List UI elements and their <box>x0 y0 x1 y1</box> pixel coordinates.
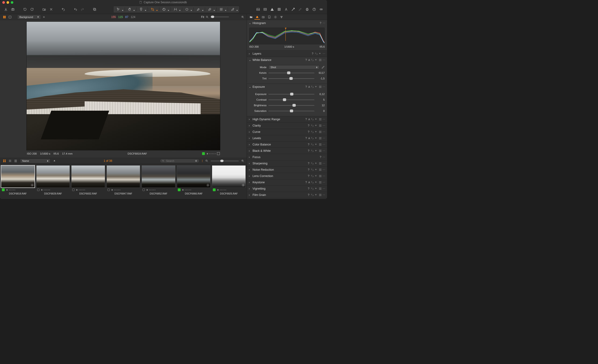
thumb-zoom-in-icon[interactable] <box>241 159 244 162</box>
tab-metadata[interactable] <box>279 15 284 20</box>
layer-dropdown[interactable]: Background <box>17 15 41 19</box>
tab-library[interactable] <box>248 15 254 20</box>
multi-view-icon[interactable] <box>2 15 7 19</box>
add-layer-button[interactable]: ＋ <box>42 15 46 19</box>
focus-mask-button[interactable] <box>262 6 268 12</box>
reset-icon[interactable] <box>315 137 318 140</box>
presets-icon[interactable] <box>319 181 322 184</box>
eyedropper-icon[interactable] <box>321 66 325 69</box>
presets-icon[interactable] <box>319 124 322 127</box>
highlight-warning-button[interactable] <box>269 6 275 12</box>
reset-icon[interactable] <box>315 124 318 127</box>
filter-button[interactable]: ⁝ <box>202 159 203 163</box>
presets-icon[interactable] <box>319 162 322 165</box>
rating-stars[interactable]: ★ <box>146 188 155 191</box>
copy-apply-icon[interactable] <box>311 187 314 190</box>
reset-icon[interactable] <box>315 130 318 134</box>
color-tag[interactable] <box>202 152 205 155</box>
reset-icon[interactable] <box>315 118 318 121</box>
menu-icon[interactable]: ⋯ <box>323 175 325 178</box>
auto-icon[interactable]: A <box>308 137 310 140</box>
exposure-warning-button[interactable] <box>255 6 261 12</box>
presets-icon[interactable] <box>319 168 322 171</box>
before-after-button[interactable] <box>318 6 324 12</box>
erase-mask-tool[interactable] <box>207 6 213 12</box>
help-icon[interactable]: ? <box>307 168 310 171</box>
zoom-in-icon[interactable] <box>241 16 244 19</box>
copy-apply-icon[interactable] <box>311 181 314 184</box>
window-maximize-button[interactable] <box>11 1 13 4</box>
brightness-slider[interactable] <box>268 105 315 106</box>
presets-icon[interactable] <box>319 143 322 146</box>
import-button[interactable] <box>3 6 9 12</box>
metadata-icon[interactable] <box>217 152 220 155</box>
print-button[interactable] <box>304 6 310 12</box>
reset-icon[interactable] <box>315 168 318 171</box>
presets-icon[interactable] <box>319 187 322 190</box>
rating-stars[interactable]: ★ <box>111 188 120 191</box>
presets-icon[interactable] <box>319 149 322 153</box>
auto-icon[interactable]: A <box>308 181 310 184</box>
gear-icon[interactable] <box>31 184 34 187</box>
menu-icon[interactable]: ⋯ <box>323 130 325 134</box>
copy-apply-icon[interactable] <box>311 174 314 178</box>
reset-icon[interactable] <box>315 162 318 165</box>
tab-exposure[interactable] <box>254 15 260 20</box>
export-button[interactable] <box>290 6 296 12</box>
wb-mode-dropdown[interactable]: Shot <box>268 65 320 69</box>
gear-icon[interactable] <box>206 184 209 187</box>
loupe-tool[interactable] <box>138 6 144 12</box>
thumbnail[interactable]: ★DSCF6925.RAF <box>212 165 246 199</box>
reset-icon[interactable] <box>315 149 318 153</box>
grid-button[interactable] <box>276 6 282 12</box>
reset-icon[interactable] <box>315 143 318 146</box>
menu-icon[interactable]: ⋯ <box>323 156 325 159</box>
move-to-folder-button[interactable] <box>41 6 47 12</box>
thumbnail[interactable]: ★DSCF6847.RAF <box>107 165 140 199</box>
thumbnail[interactable]: ★DSCF6829.RAF <box>36 165 70 199</box>
exposure-slider[interactable] <box>268 94 315 95</box>
select-tool[interactable] <box>115 6 121 12</box>
help-icon[interactable]: ? <box>307 143 310 146</box>
menu-icon[interactable]: ⋯ <box>323 118 325 121</box>
menu-icon[interactable]: ⋯ <box>323 22 325 25</box>
zoom-out-icon[interactable] <box>206 16 209 19</box>
pick-checkbox[interactable] <box>108 189 110 191</box>
reset-icon[interactable] <box>315 174 318 178</box>
rotate-left-button[interactable] <box>22 6 28 12</box>
window-minimize-button[interactable] <box>7 1 9 4</box>
filmstrip-view[interactable] <box>14 159 18 163</box>
help-icon[interactable]: ? <box>307 187 310 190</box>
reset-icon[interactable] <box>315 181 318 184</box>
menu-icon[interactable]: ⋯ <box>323 181 325 184</box>
copy-variant-button[interactable] <box>91 6 98 12</box>
help-icon[interactable]: ? <box>305 137 308 140</box>
auto-icon[interactable]: A <box>308 118 310 121</box>
help-icon[interactable]: ? <box>305 118 308 121</box>
single-view-icon[interactable] <box>8 15 12 19</box>
color-tag[interactable] <box>178 188 181 191</box>
reset-button[interactable] <box>72 6 78 12</box>
main-image[interactable] <box>26 22 220 150</box>
edit-button[interactable] <box>297 6 303 12</box>
reset-icon[interactable] <box>315 187 318 190</box>
menu-icon[interactable]: ⋯ <box>323 162 325 165</box>
reset-icon[interactable] <box>319 52 322 55</box>
pick-checkbox[interactable] <box>37 189 40 191</box>
menu-icon[interactable]: ⋯ <box>323 137 325 140</box>
tint-slider[interactable] <box>268 78 315 79</box>
pan-tool[interactable] <box>126 6 133 12</box>
menu-icon[interactable]: ⋯ <box>323 168 325 171</box>
keystone-tool[interactable] <box>172 6 179 12</box>
draw-mask-tool[interactable] <box>195 6 202 12</box>
help-icon[interactable]: ? <box>307 174 310 178</box>
gradient-mask-tool[interactable] <box>218 6 224 12</box>
presets-icon[interactable] <box>319 130 322 134</box>
presets-icon[interactable] <box>319 118 322 121</box>
capture-button[interactable] <box>10 6 16 12</box>
pick-checkbox[interactable] <box>72 189 75 191</box>
sort-direction-button[interactable] <box>53 159 56 162</box>
color-tag[interactable] <box>213 188 216 191</box>
radial-mask-tool[interactable] <box>229 6 236 12</box>
menu-icon[interactable]: ⋯ <box>323 124 325 127</box>
